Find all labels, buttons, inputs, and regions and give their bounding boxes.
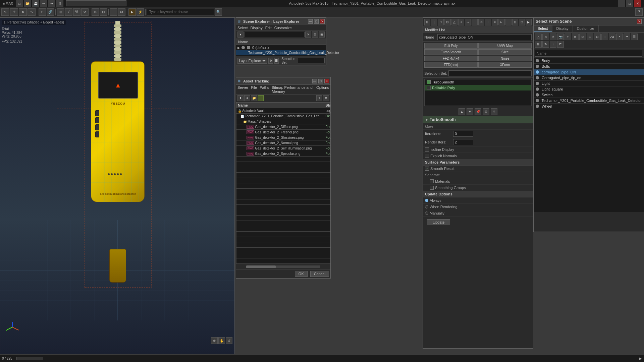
undo-btn[interactable]: ↩ bbox=[40, 0, 47, 7]
snap-tool[interactable]: ⊞ bbox=[57, 8, 64, 16]
sfs-sort-type-btn[interactable]: ↕ bbox=[550, 41, 556, 48]
uvw-map-btn[interactable]: UVW Map bbox=[478, 43, 532, 49]
list-item-switch[interactable]: Switch bbox=[534, 92, 644, 98]
editable-poly-visibility-cb[interactable] bbox=[427, 86, 431, 90]
edit-poly-btn[interactable]: Edit Poly bbox=[424, 43, 478, 49]
sfs-group-btn[interactable]: ⊏ bbox=[557, 41, 564, 48]
viewport-main[interactable]: ▲ YEEZOU GAS COMBUSTIBLE GAS DETECTOR bbox=[0, 17, 235, 354]
spinner-snap-tool[interactable]: ⟳ bbox=[81, 8, 89, 16]
sfs-filter-spacewarp-btn[interactable]: ≋ bbox=[572, 34, 579, 40]
percent-snap-tool[interactable]: % bbox=[73, 8, 80, 16]
scene-explorer-minimize[interactable]: — bbox=[308, 19, 313, 24]
at-settings-btn[interactable]: ⚙ bbox=[323, 95, 329, 101]
mod-icon-btn-11[interactable]: ⌗ bbox=[492, 19, 498, 25]
mod-icon-btn-15[interactable]: ⊡ bbox=[519, 19, 525, 25]
sfs-invert-btn[interactable]: ⊘ bbox=[579, 34, 586, 40]
rotate-tool[interactable]: ↻ bbox=[19, 8, 27, 16]
table-row[interactable]: PNG Gas_detektor_2_Glossiness.png Found bbox=[236, 135, 331, 140]
smooth-result-checkbox[interactable] bbox=[425, 167, 429, 171]
list-item-corrugated-pipe[interactable]: corrugated_pipe_ON bbox=[534, 69, 644, 75]
se-search-bar[interactable] bbox=[244, 32, 305, 37]
sfs-all-btn[interactable]: ⊞ bbox=[587, 34, 593, 40]
mod-icon-btn-10[interactable]: ⊥ bbox=[485, 19, 491, 25]
at-import-btn[interactable]: ⬆ bbox=[237, 95, 244, 101]
list-item-body[interactable]: Body bbox=[534, 58, 644, 64]
smoothing-groups-checkbox[interactable] bbox=[430, 186, 434, 190]
table-row[interactable]: PNG Gas_detektor_2_Normal.png Found bbox=[236, 140, 331, 146]
at-maximize[interactable]: □ bbox=[318, 79, 323, 83]
angle-snap-tool[interactable]: ∠ bbox=[65, 8, 72, 16]
noise-btn[interactable]: Noise bbox=[478, 56, 532, 61]
scene-explorer-maximize[interactable]: □ bbox=[314, 19, 319, 24]
at-menu-file[interactable]: File bbox=[251, 85, 257, 94]
at-export-btn[interactable]: ⬇ bbox=[244, 95, 250, 101]
sfs-filter-helper-btn[interactable]: + bbox=[565, 34, 571, 40]
list-item-light-square[interactable]: Light_square bbox=[534, 86, 644, 92]
se-settings-btn[interactable]: ⚙ bbox=[312, 32, 318, 38]
render-iters-input[interactable]: 2 bbox=[453, 139, 473, 145]
ffd-box-btn[interactable]: FFD(box) bbox=[424, 62, 478, 68]
se-filter-btn[interactable]: ▼ bbox=[237, 32, 244, 38]
layer-tool[interactable]: ☰ bbox=[110, 8, 117, 16]
mod-icon-btn-2[interactable]: | bbox=[431, 19, 437, 25]
select-tool[interactable]: ↖ bbox=[1, 8, 9, 16]
close-btn[interactable]: ✕ bbox=[634, 0, 641, 7]
table-row[interactable]: 🔒 Autodesk Vault Logged... bbox=[236, 108, 331, 114]
list-item-wheel[interactable]: Wheel bbox=[534, 104, 644, 109]
layer-settings-btn[interactable]: ⚙ bbox=[268, 58, 273, 64]
at-paths-btn[interactable]: 📁 bbox=[251, 95, 257, 101]
modifier-stack-item-turbosmooth[interactable]: TurboSmooth bbox=[425, 79, 531, 85]
stack-pin-btn[interactable]: 📌 bbox=[475, 108, 481, 115]
tree-item-model[interactable]: Techamor_Y201_Portable_Combustible_Gas_L… bbox=[236, 50, 326, 55]
link-tool[interactable]: 🔗 bbox=[47, 8, 54, 16]
at-active-btn[interactable]: ☰ bbox=[258, 95, 264, 101]
table-row[interactable]: 📁 Maps / Shaders bbox=[236, 119, 331, 124]
table-row[interactable]: PNG Gas_detektor_2_Specular.png Found bbox=[236, 151, 331, 157]
minimize-btn[interactable]: — bbox=[618, 0, 625, 7]
sfs-filter-geometry-btn[interactable]: △ bbox=[535, 34, 542, 40]
mod-icon-btn-8[interactable]: ☰ bbox=[472, 19, 478, 25]
selection-set-field[interactable] bbox=[448, 70, 532, 76]
help-btn[interactable]: ? bbox=[635, 8, 643, 16]
tree-item-default[interactable]: ▶ 0 (default) bbox=[236, 45, 326, 50]
sfs-select-all-sub-btn[interactable]: ** bbox=[624, 34, 630, 40]
stack-nav-down-btn[interactable]: ▼ bbox=[467, 108, 473, 115]
open-btn[interactable]: 📂 bbox=[24, 0, 31, 7]
sfs-name-filter[interactable] bbox=[535, 50, 642, 57]
modifier-stack-item-editable-poly[interactable]: Editable Poly bbox=[425, 85, 531, 90]
mod-icon-btn-14[interactable]: ⊞ bbox=[512, 19, 518, 25]
at-menu-bitmap[interactable]: Bitmap Performance and Memory bbox=[272, 85, 314, 94]
menu-customize[interactable]: Customize bbox=[274, 26, 292, 30]
ffd-4x4x4-btn[interactable]: FFD 4x4x4 bbox=[424, 56, 478, 61]
modifier-name-input[interactable]: corrugated_pipe_ON bbox=[437, 34, 532, 40]
menu-select[interactable]: Select bbox=[237, 26, 248, 30]
sfs-none-btn[interactable]: ⊟ bbox=[594, 34, 601, 40]
layer-arrange-btn[interactable]: ☰ bbox=[274, 58, 279, 64]
list-item-corrugated-tip[interactable]: Corrugated_pipe_tip_on bbox=[534, 75, 644, 81]
at-close[interactable]: ✕ bbox=[324, 79, 329, 83]
se-expand-btn[interactable]: ⊞ bbox=[319, 32, 325, 38]
render-btn[interactable]: ▶ bbox=[128, 8, 136, 16]
turbosmooth-section-header[interactable]: ▼ TurboSmooth bbox=[423, 116, 533, 123]
isoline-checkbox[interactable] bbox=[425, 147, 429, 152]
zoom-btn[interactable]: ⊕ bbox=[211, 337, 218, 344]
table-row[interactable]: PNG Gas_detektor_2_Self_illumination.png… bbox=[236, 146, 331, 151]
materials-checkbox[interactable] bbox=[430, 179, 434, 183]
mod-icon-btn-9[interactable]: ⟲ bbox=[478, 19, 484, 25]
at-hscrollbar[interactable] bbox=[236, 264, 330, 269]
table-row[interactable]: PNG Gas_detektor_2_Diffuse.png Found bbox=[236, 124, 331, 130]
render-setup-btn[interactable]: ⚙ bbox=[56, 0, 63, 7]
sfs-select-sub-btn[interactable]: * bbox=[616, 34, 623, 40]
sfs-filter-light-btn[interactable]: ☀ bbox=[550, 34, 556, 40]
turbosmooth-btn[interactable]: TurboSmooth bbox=[424, 49, 478, 55]
iterations-input[interactable]: 0 bbox=[453, 131, 473, 137]
mod-icon-btn-3[interactable]: □ bbox=[438, 19, 444, 25]
mod-icon-btn-12[interactable]: ⊾ bbox=[498, 19, 504, 25]
at-menu-server[interactable]: Server bbox=[237, 85, 248, 94]
turbosmooth-visibility-cb[interactable] bbox=[427, 80, 431, 84]
orbit-btn[interactable]: ↺ bbox=[226, 337, 232, 344]
scene-explorer-close[interactable]: ✕ bbox=[320, 19, 325, 24]
redo-btn[interactable]: ↪ bbox=[48, 0, 55, 7]
workspace-dropdown[interactable]: Workspace: Default bbox=[66, 0, 126, 6]
stack-remove-btn[interactable]: ✕ bbox=[491, 108, 497, 115]
